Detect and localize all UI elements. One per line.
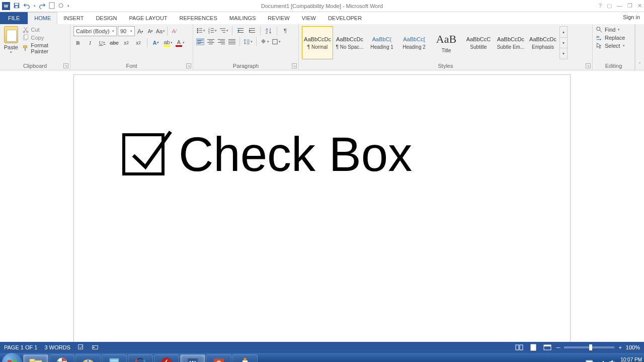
paste-button[interactable]: Paste ▾ <box>3 26 19 54</box>
style-item-title[interactable]: AaBTitle <box>431 26 462 59</box>
start-button[interactable] <box>2 353 22 362</box>
taskbar-explorer[interactable] <box>23 354 48 362</box>
undo-dropdown-icon[interactable]: ▾ <box>34 4 36 8</box>
increase-indent-button[interactable] <box>248 26 257 35</box>
new-doc-icon[interactable] <box>49 2 55 10</box>
redo-icon[interactable] <box>39 2 46 10</box>
highlight-button[interactable]: ab <box>164 38 173 47</box>
clear-formatting-button[interactable]: A⁄ <box>170 27 179 36</box>
shrink-font-button[interactable]: A▾ <box>146 27 155 36</box>
tab-references[interactable]: REFERENCES <box>174 12 223 24</box>
undo-icon[interactable] <box>23 2 30 10</box>
underline-button[interactable]: U <box>98 38 107 47</box>
subscript-button[interactable]: x2 <box>122 38 131 47</box>
tab-design[interactable]: DESIGN <box>90 12 123 24</box>
paragraph-dialog-launcher[interactable]: ↘ <box>292 63 297 68</box>
styles-dialog-launcher[interactable]: ↘ <box>586 63 591 68</box>
save-icon[interactable] <box>13 2 20 10</box>
taskbar-paint[interactable] <box>75 354 101 362</box>
style-item-heading-2[interactable]: AaBbCc[Heading 2 <box>398 26 430 59</box>
bullets-button[interactable] <box>196 26 205 35</box>
tab-insert[interactable]: INSERT <box>57 12 90 24</box>
shading-button[interactable] <box>260 37 269 46</box>
font-color-button[interactable]: A <box>176 38 185 47</box>
taskbar-audio[interactable] <box>128 354 153 362</box>
document-content[interactable]: Check Box <box>122 130 522 178</box>
superscript-button[interactable]: x2 <box>134 38 143 47</box>
copy-button[interactable]: Copy <box>22 34 67 41</box>
style-item-subtle-em---[interactable]: AaBbCcDcSubtle Em... <box>495 26 526 59</box>
sign-in-link[interactable]: Sign in <box>623 14 640 20</box>
sort-button[interactable]: AZ <box>264 26 273 35</box>
tray-show-hidden-icon[interactable]: ▴ <box>579 360 582 363</box>
document-text[interactable]: Check Box <box>179 130 412 178</box>
tab-home[interactable]: HOME <box>28 12 57 24</box>
ribbon-display-icon[interactable]: ▢ <box>607 3 612 9</box>
tab-developer[interactable]: DEVELOPER <box>322 12 368 24</box>
zoom-out-button[interactable]: ─ <box>556 344 560 350</box>
styles-more-button[interactable]: ▴▾▾ <box>559 26 568 59</box>
tab-mailings[interactable]: MAILINGS <box>223 12 262 24</box>
style-item---normal[interactable]: AaBbCcDc¶ Normal <box>302 26 333 59</box>
bold-button[interactable]: B <box>73 38 83 47</box>
minimize-icon[interactable]: — <box>617 3 622 9</box>
zoom-in-button[interactable]: + <box>618 344 621 350</box>
document-area[interactable]: Check Box <box>0 70 644 342</box>
close-icon[interactable]: ✕ <box>637 3 642 9</box>
change-case-button[interactable]: Aa <box>156 27 165 36</box>
web-layout-icon[interactable] <box>542 343 552 351</box>
decrease-indent-button[interactable] <box>236 26 245 35</box>
cut-button[interactable]: Cut <box>22 26 67 33</box>
text-effects-button[interactable]: A <box>151 38 160 47</box>
page[interactable]: Check Box <box>73 74 571 342</box>
find-button[interactable]: Find▾ <box>596 26 631 33</box>
style-item-heading-1[interactable]: AaBbC(Heading 1 <box>366 26 397 59</box>
borders-button[interactable] <box>272 37 281 46</box>
collapse-ribbon-button[interactable]: ˇ <box>635 24 644 70</box>
tray-clock[interactable]: 10:07 PM 3/15/2018 <box>620 357 642 362</box>
taskbar-powerpoint[interactable] <box>206 354 231 362</box>
zoom-level[interactable]: 100% <box>626 344 640 350</box>
taskbar-word[interactable]: W <box>180 354 205 362</box>
multilevel-list-button[interactable] <box>219 26 228 35</box>
taskbar-flash[interactable] <box>154 354 179 362</box>
style-item-subtitle[interactable]: AaBbCcCSubtitle <box>463 26 494 59</box>
zoom-slider[interactable] <box>564 346 614 348</box>
format-painter-button[interactable]: Format Painter <box>22 42 67 54</box>
tray-network-icon[interactable] <box>598 359 605 362</box>
tab-review[interactable]: REVIEW <box>262 12 295 24</box>
strikethrough-button[interactable]: abc <box>110 38 119 47</box>
touch-mode-icon[interactable] <box>58 3 64 10</box>
italic-button[interactable]: I <box>86 38 95 47</box>
clipboard-dialog-launcher[interactable]: ↘ <box>63 63 68 68</box>
tray-battery-icon[interactable] <box>586 359 594 362</box>
font-size-combo[interactable]: 90▾ <box>118 26 135 36</box>
taskbar-vlc[interactable] <box>232 354 258 362</box>
macro-record-icon[interactable] <box>92 343 99 351</box>
qat-customize-icon[interactable]: ▾ <box>67 4 69 8</box>
style-item-emphasis[interactable]: AaBbCcDcEmphasis <box>527 26 558 59</box>
taskbar-chrome[interactable] <box>49 354 74 362</box>
font-dialog-launcher[interactable]: ↘ <box>186 63 191 68</box>
maximize-icon[interactable]: ❐ <box>627 3 632 9</box>
show-paragraph-marks-button[interactable]: ¶ <box>281 26 290 35</box>
line-spacing-button[interactable] <box>244 37 253 46</box>
page-status[interactable]: PAGE 1 OF 1 <box>4 344 37 350</box>
numbering-button[interactable]: 123 <box>208 26 217 35</box>
font-name-combo[interactable]: Calibri (Body)▾ <box>73 26 117 36</box>
word-count[interactable]: 3 WORDS <box>44 344 70 350</box>
replace-button[interactable]: abReplace <box>596 34 631 41</box>
tray-volume-icon[interactable] <box>609 359 616 362</box>
help-icon[interactable]: ? <box>599 3 602 9</box>
select-button[interactable]: Select▾ <box>596 42 631 49</box>
align-justify-button[interactable] <box>228 38 236 45</box>
tab-page-layout[interactable]: PAGE LAYOUT <box>123 12 174 24</box>
align-right-button[interactable] <box>217 38 225 45</box>
align-left-button[interactable] <box>196 38 204 45</box>
taskbar-notes[interactable] <box>102 354 127 362</box>
tab-file[interactable]: FILE <box>0 12 28 24</box>
read-mode-icon[interactable] <box>514 343 524 351</box>
grow-font-button[interactable]: A▴ <box>136 27 145 36</box>
style-item---no-spac---[interactable]: AaBbCcDc¶ No Spac... <box>334 26 365 59</box>
print-layout-icon[interactable] <box>528 343 538 351</box>
